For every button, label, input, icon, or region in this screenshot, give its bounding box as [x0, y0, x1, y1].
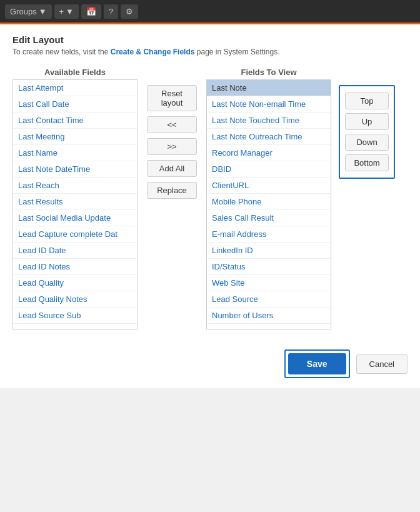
list-item[interactable]: Last Note DateTime	[13, 161, 137, 178]
list-item[interactable]: Last Note Outreach Time	[207, 129, 331, 145]
available-fields-panel: Available Fields Last Attempt Last Call …	[12, 68, 138, 329]
list-item[interactable]: LinkedIn ID	[207, 243, 331, 259]
cancel-button[interactable]: Cancel	[356, 354, 408, 374]
list-item[interactable]: Last Note	[207, 80, 331, 96]
list-item[interactable]: Record Manager	[207, 145, 331, 161]
settings-button[interactable]: ⚙	[121, 4, 138, 19]
groups-button[interactable]: Groups ▼	[5, 4, 52, 19]
reset-layout-button[interactable]: Reset layout	[147, 85, 197, 111]
list-item[interactable]: Lead Source Sub	[13, 308, 137, 324]
move-right-button[interactable]: >>	[147, 138, 197, 155]
up-button[interactable]: Up	[345, 113, 389, 130]
middle-controls: Reset layout << >> Add All Replace	[138, 85, 206, 199]
help-icon: ?	[109, 7, 113, 16]
list-item[interactable]: Lead Source	[207, 291, 331, 308]
move-left-button[interactable]: <<	[147, 116, 197, 133]
list-item[interactable]: Lead ID Notes	[13, 259, 137, 275]
list-item[interactable]: DBID	[207, 161, 331, 178]
list-item[interactable]: Lead Capture complete Dat	[13, 226, 137, 243]
fields-to-view-panel: Fields To View Last Note Last Note Non-e…	[206, 68, 331, 329]
list-item[interactable]: Number of Users	[207, 308, 331, 324]
calendar-icon: 📅	[86, 7, 96, 16]
down-button[interactable]: Down	[345, 134, 389, 151]
nav-panel: Top Up Down Bottom	[339, 85, 395, 179]
help-button[interactable]: ?	[104, 4, 118, 19]
calendar-button[interactable]: 📅	[81, 4, 101, 19]
list-item[interactable]: ID/Status	[207, 259, 331, 275]
list-item[interactable]: Leadferret List	[13, 324, 137, 329]
main-content: Edit Layout To create new fields, visit …	[0, 24, 420, 339]
fields-to-view-label: Fields To View	[206, 68, 331, 77]
groups-chevron-icon: ▼	[39, 7, 47, 16]
add-chevron-icon: ▼	[66, 7, 74, 16]
list-item[interactable]: Mobile Phone	[207, 194, 331, 210]
create-change-fields-link[interactable]: Create & Change Fields	[111, 48, 195, 56]
list-item[interactable]: E-mail Address	[207, 226, 331, 243]
replace-button[interactable]: Replace	[147, 182, 197, 199]
page-title: Edit Layout	[12, 34, 408, 45]
groups-label: Groups	[10, 7, 37, 16]
list-item[interactable]: Last Note Touched Time	[207, 113, 331, 129]
list-item[interactable]: Last Social Media Update	[13, 210, 137, 226]
topbar: Groups ▼ + ▼ 📅 ? ⚙	[0, 0, 420, 23]
list-item[interactable]: Last Name	[13, 145, 137, 161]
fields-to-view-list[interactable]: Last Note Last Note Non-email Time Last …	[206, 79, 331, 329]
list-item[interactable]: Lead ID Date	[13, 243, 137, 259]
list-item[interactable]: Last Contact Time	[13, 113, 137, 129]
list-item[interactable]: Sales Call Result	[207, 210, 331, 226]
top-button[interactable]: Top	[345, 93, 389, 109]
list-item[interactable]: Lead Quality Notes	[13, 291, 137, 308]
add-plus-icon: +	[59, 7, 64, 16]
save-button[interactable]: Save	[288, 353, 346, 374]
list-item[interactable]: Lead Quality	[13, 275, 137, 291]
nav-controls: Top Up Down Bottom	[339, 85, 395, 179]
list-item[interactable]: Last Meeting	[13, 129, 137, 145]
bottom-actions: Save Cancel	[0, 339, 420, 388]
available-fields-list[interactable]: Last Attempt Last Call Date Last Contact…	[12, 79, 138, 329]
layout-container: Available Fields Last Attempt Last Call …	[12, 68, 408, 329]
list-item[interactable]: Last Call Date	[13, 96, 137, 113]
list-item[interactable]: ClientURL	[207, 178, 331, 194]
subtitle-suffix: page in System Settings.	[194, 48, 279, 56]
list-item[interactable]: Last Attempt	[13, 80, 137, 96]
page-subtitle: To create new fields, visit the Create &…	[12, 48, 408, 56]
list-item[interactable]: Last Note Non-email Time	[207, 96, 331, 113]
bottom-button[interactable]: Bottom	[345, 154, 389, 171]
add-button[interactable]: + ▼	[54, 4, 79, 19]
list-item[interactable]: Last Results	[13, 194, 137, 210]
list-item[interactable]: Web Site	[207, 275, 331, 291]
gear-icon: ⚙	[126, 7, 133, 16]
add-all-button[interactable]: Add All	[147, 160, 197, 177]
list-item[interactable]: Last Reach	[13, 178, 137, 194]
save-wrapper: Save	[284, 349, 350, 378]
available-fields-label: Available Fields	[12, 68, 138, 77]
subtitle-prefix: To create new fields, visit the	[12, 48, 111, 56]
